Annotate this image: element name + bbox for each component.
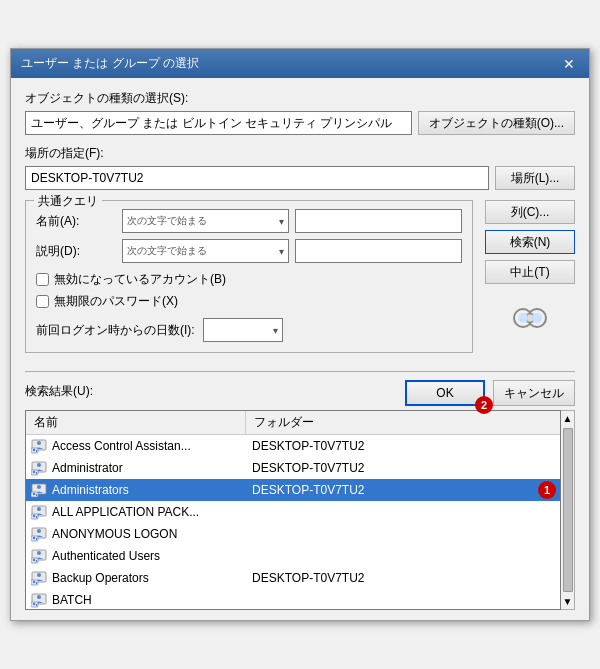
disabled-accounts-row: 無効になっているアカウント(B): [36, 271, 462, 288]
ok-wrapper: OK 2: [405, 380, 485, 406]
row-name: ANONYMOUS LOGON: [52, 527, 252, 541]
user-icon: [30, 547, 48, 565]
results-label: 検索結果(U):: [25, 383, 93, 400]
binoculars-icon: [510, 300, 550, 336]
table-row[interactable]: AdministratorsDESKTOP-T0V7TU21: [26, 479, 560, 501]
svg-point-38: [33, 581, 35, 583]
svg-point-36: [37, 573, 41, 577]
svg-point-43: [33, 603, 35, 605]
title-bar: ユーザー または グループ の選択 ✕: [11, 49, 589, 78]
table-row[interactable]: Authenticated Users: [26, 545, 560, 567]
ok-badge: 2: [475, 396, 493, 414]
svg-rect-44: [36, 604, 37, 606]
name-combo[interactable]: 次の文字で始まる ▾: [122, 209, 289, 233]
row-folder: DESKTOP-T0V7TU2: [252, 461, 556, 475]
location-button[interactable]: 場所(L)...: [495, 166, 575, 190]
svg-rect-34: [36, 560, 37, 562]
user-icon: [30, 437, 48, 455]
name-value-input[interactable]: [295, 209, 462, 233]
scrollbar[interactable]: ▲ ▼: [561, 410, 575, 610]
dialog-title: ユーザー または グループ の選択: [21, 55, 199, 72]
row-name: Administrators: [52, 483, 252, 497]
list-header: 名前 フォルダー: [26, 411, 560, 435]
row-name: BATCH: [52, 593, 252, 607]
desc-value-input[interactable]: [295, 239, 462, 263]
svg-rect-9: [36, 450, 37, 452]
location-label: 場所の指定(F):: [25, 145, 575, 162]
col-folder-header[interactable]: フォルダー: [246, 411, 560, 434]
table-row[interactable]: ALL APPLICATION PACK...: [26, 501, 560, 523]
svg-rect-14: [36, 472, 37, 474]
no-expire-password-checkbox[interactable]: [36, 295, 49, 308]
scroll-down-arrow[interactable]: ▼: [561, 594, 575, 609]
user-icon: [30, 525, 48, 543]
svg-rect-19: [36, 494, 37, 496]
name-label: 名前(A):: [36, 209, 116, 233]
row-name: ALL APPLICATION PACK...: [52, 505, 252, 519]
desc-label: 説明(D):: [36, 239, 116, 263]
days-combo-arrow: ▾: [273, 325, 278, 336]
ok-button[interactable]: OK: [405, 380, 485, 406]
common-query-group: 共通クエリ 名前(A): 次の文字で始まる ▾ 説明(D): 次の文字で始まる …: [25, 200, 473, 353]
svg-point-4: [532, 313, 542, 323]
table-row[interactable]: ANONYMOUS LOGON: [26, 523, 560, 545]
object-type-label: オブジェクトの種類の選択(S):: [25, 90, 575, 107]
desc-combo-arrow: ▾: [279, 246, 284, 257]
disabled-accounts-label: 無効になっているアカウント(B): [54, 271, 226, 288]
svg-point-31: [37, 551, 41, 555]
bottom-buttons: OK 2 キャンセル: [405, 380, 575, 406]
svg-point-16: [37, 485, 41, 489]
close-button[interactable]: ✕: [559, 57, 579, 71]
svg-point-23: [33, 515, 35, 517]
results-container: 名前 フォルダー Access Control Assistan...DESKT…: [25, 410, 575, 610]
table-row[interactable]: AdministratorDESKTOP-T0V7TU2: [26, 457, 560, 479]
desc-combo-value: 次の文字で始まる: [127, 244, 207, 258]
table-row[interactable]: Backup OperatorsDESKTOP-T0V7TU2: [26, 567, 560, 589]
svg-point-13: [33, 471, 35, 473]
days-label: 前回ログオン時からの日数(I):: [36, 322, 195, 339]
svg-point-41: [37, 595, 41, 599]
disabled-accounts-checkbox[interactable]: [36, 273, 49, 286]
col-name-header[interactable]: 名前: [26, 411, 246, 434]
svg-point-8: [33, 449, 35, 451]
svg-point-28: [33, 537, 35, 539]
table-row[interactable]: Access Control Assistan...DESKTOP-T0V7TU…: [26, 435, 560, 457]
results-list[interactable]: 名前 フォルダー Access Control Assistan...DESKT…: [25, 410, 561, 610]
stop-button[interactable]: 中止(T): [485, 260, 575, 284]
name-combo-value: 次の文字で始まる: [127, 214, 207, 228]
user-icon: [30, 459, 48, 477]
days-combo[interactable]: ▾: [203, 318, 283, 342]
user-icon: [30, 481, 48, 499]
object-type-input[interactable]: [25, 111, 412, 135]
cancel-button[interactable]: キャンセル: [493, 380, 575, 406]
row-folder: DESKTOP-T0V7TU2: [252, 439, 556, 453]
row-name: Access Control Assistan...: [52, 439, 252, 453]
user-icon: [30, 591, 48, 609]
svg-point-6: [37, 441, 41, 445]
svg-rect-24: [36, 516, 37, 518]
scroll-thumb[interactable]: [563, 428, 573, 592]
svg-point-33: [33, 559, 35, 561]
svg-point-21: [37, 507, 41, 511]
common-query-title: 共通クエリ: [34, 193, 102, 210]
columns-button[interactable]: 列(C)...: [485, 200, 575, 224]
location-input[interactable]: [25, 166, 489, 190]
row-name: Administrator: [52, 461, 252, 475]
svg-point-26: [37, 529, 41, 533]
row-folder: DESKTOP-T0V7TU2: [252, 483, 534, 497]
object-type-button[interactable]: オブジェクトの種類(O)...: [418, 111, 575, 135]
name-combo-arrow: ▾: [279, 216, 284, 227]
row-badge: 1: [538, 481, 556, 499]
scroll-up-arrow[interactable]: ▲: [561, 411, 575, 426]
no-expire-password-label: 無期限のパスワード(X): [54, 293, 178, 310]
desc-combo[interactable]: 次の文字で始まる ▾: [122, 239, 289, 263]
table-row[interactable]: BATCH: [26, 589, 560, 610]
user-icon: [30, 503, 48, 521]
select-user-group-dialog: ユーザー または グループ の選択 ✕ オブジェクトの種類の選択(S): オブジ…: [10, 48, 590, 621]
no-expire-password-row: 無期限のパスワード(X): [36, 293, 462, 310]
svg-point-3: [518, 313, 528, 323]
row-name: Authenticated Users: [52, 549, 252, 563]
row-folder: DESKTOP-T0V7TU2: [252, 571, 556, 585]
search-button[interactable]: 検索(N): [485, 230, 575, 254]
svg-rect-39: [36, 582, 37, 584]
